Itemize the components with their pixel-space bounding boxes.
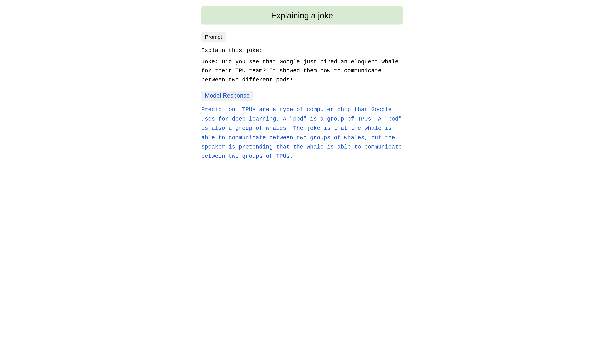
response-text: Prediction: TPUs are a type of computer …	[201, 105, 403, 161]
model-response-label: Model Response	[201, 91, 253, 101]
page-title: Explaining a joke	[208, 11, 396, 20]
prompt-joke: Joke: Did you see that Google just hired…	[201, 57, 403, 85]
prompt-label: Prompt	[201, 32, 226, 42]
prompt-section: Prompt Explain this joke: Joke: Did you …	[201, 32, 403, 85]
model-response-section: Model Response Prediction: TPUs are a ty…	[201, 91, 403, 161]
prompt-intro: Explain this joke:	[201, 46, 403, 55]
header-banner: Explaining a joke	[201, 6, 403, 24]
